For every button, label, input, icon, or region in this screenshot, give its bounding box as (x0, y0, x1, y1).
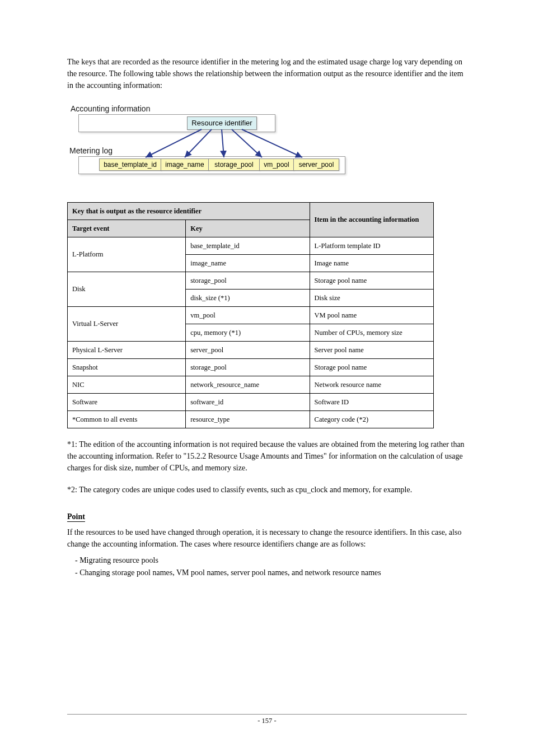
table-cell: NIC (68, 376, 186, 394)
diagram: Accounting information Resource identifi… (67, 101, 344, 191)
table-cell: software_id (186, 394, 310, 411)
table-cell: Physical L-Server (68, 342, 186, 359)
table-cell: Snapshot (68, 359, 186, 376)
table-cell: Storage pool name (310, 272, 433, 290)
table-cell: cpu, memory (*1) (186, 324, 310, 342)
table-cell: server_pool (186, 342, 310, 359)
table-cell: Image name (310, 255, 433, 272)
footer-page-number: - 157 - (257, 717, 276, 725)
footnote-1: *1: The edition of the accounting inform… (67, 438, 467, 474)
th-target-event: Target event (68, 220, 186, 237)
footnote-2: *2: The category codes are unique codes … (67, 484, 467, 496)
table-cell: network_resource_name (186, 376, 310, 394)
svg-line-0 (146, 129, 202, 157)
table-cell: Network resource name (310, 376, 433, 394)
table-cell: Virtual L-Server (68, 307, 186, 342)
svg-line-3 (232, 129, 262, 157)
table-cell: storage_pool (186, 359, 310, 376)
th-key-output: Key that is output as the resource ident… (68, 203, 310, 220)
resource-table: Key that is output as the resource ident… (67, 202, 434, 428)
table-cell: Disk size (310, 290, 433, 307)
table-cell: Software ID (310, 394, 433, 411)
table-cell: Storage pool name (310, 359, 433, 376)
table-cell: disk_size (*1) (186, 290, 310, 307)
table-cell: L-Platform template ID (310, 237, 433, 255)
table-cell: Category code (*2) (310, 411, 433, 428)
list-item: - Changing storage pool names, VM pool n… (75, 567, 467, 579)
list-item: - Migrating resource pools (75, 554, 467, 567)
table-cell: Disk (68, 272, 186, 307)
th-key: Key (186, 220, 310, 237)
table-cell: resource_type (186, 411, 310, 428)
table-cell: L-Platform (68, 237, 186, 272)
point-description: If the resources to be used have changed… (67, 526, 467, 550)
intro-paragraph: The keys that are recorded as the resour… (67, 56, 467, 91)
table-cell: Software (68, 394, 186, 411)
table-cell: Server pool name (310, 342, 433, 359)
table-cell: Number of CPUs, memory size (310, 324, 433, 342)
page-footer: - 157 - (67, 714, 467, 725)
svg-line-1 (185, 129, 212, 157)
svg-line-2 (222, 129, 224, 157)
table-cell: VM pool name (310, 307, 433, 324)
table-cell: vm_pool (186, 307, 310, 324)
svg-line-4 (242, 129, 302, 157)
th-item: Item in the accounting information (310, 203, 433, 237)
table-cell: base_template_id (186, 237, 310, 255)
table-cell: *Common to all events (68, 411, 186, 428)
table-cell: image_name (186, 255, 310, 272)
arrows-icon (67, 101, 344, 191)
table-cell: storage_pool (186, 272, 310, 290)
point-heading: Point (67, 512, 85, 522)
